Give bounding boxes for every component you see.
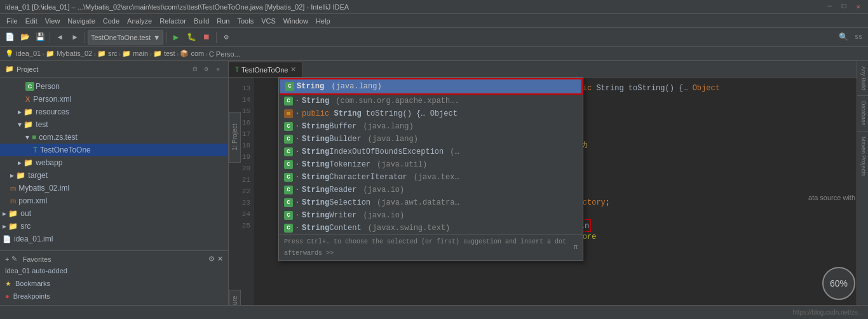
- toolbar-back-button[interactable]: ◀: [53, 31, 67, 44]
- minimize-button[interactable]: ─: [825, 3, 834, 11]
- maven-side-tab[interactable]: Maven Projects: [857, 132, 868, 181]
- iml-icon: m: [10, 184, 16, 192]
- editor-area: T TestOneToOne ✕ 13 14 15 16 17 18 19 20…: [229, 61, 868, 305]
- toolbar-settings-icon[interactable]: ⚙: [219, 31, 233, 44]
- tree-item-target[interactable]: ▸ 📁 target: [0, 169, 228, 182]
- tree-item-out[interactable]: ▸ 📁 out: [0, 207, 228, 220]
- datasource-text: ata source with: [808, 192, 855, 203]
- breadcrumb-src[interactable]: 📁 src: [97, 50, 118, 58]
- tree-item-test[interactable]: ▾ 📁 test: [0, 118, 228, 131]
- menu-edit[interactable]: Edit: [22, 16, 41, 26]
- tree-item-mybatis-iml[interactable]: m Mybatis_02.iml: [0, 182, 228, 194]
- search-everywhere-icon[interactable]: 🔍: [836, 31, 850, 44]
- favorites-bookmarks[interactable]: ★ Bookmarks: [0, 277, 228, 290]
- breadcrumb-com[interactable]: 📦 com: [180, 50, 204, 58]
- menu-build[interactable]: Build: [190, 16, 213, 26]
- ac-item-stringtokenizer[interactable]: C · StringTokenizer (java.util): [279, 158, 583, 171]
- toolbar-ss-label[interactable]: ss: [851, 31, 865, 44]
- window-controls: ─ □ ✕: [825, 3, 863, 11]
- sidebar-header: 📁 Project ⊟ ⚙ ✕: [0, 61, 228, 78]
- tree-item-person-xml[interactable]: X Person.xml: [0, 93, 228, 105]
- close-button[interactable]: ✕: [853, 3, 863, 11]
- ac-item-stringioobe[interactable]: C · StringIndexOutOfBoundsException (…: [279, 146, 583, 158]
- ac-class-icon: C: [284, 97, 293, 105]
- menu-navigate[interactable]: Navigate: [64, 16, 98, 26]
- sidebar-title: 📁 Project: [5, 65, 38, 73]
- favorites-close-icon[interactable]: ✕: [217, 255, 223, 263]
- toolbar-forward-button[interactable]: ▶: [68, 31, 82, 44]
- sidebar-actions: ⊟ ⚙ ✕: [190, 64, 223, 74]
- stop-button[interactable]: ⏹: [200, 31, 214, 44]
- ac-item-tostring[interactable]: m · public String toString() {… Object: [279, 107, 583, 120]
- debug-button[interactable]: 🐛: [184, 31, 198, 44]
- favorites-idea01[interactable]: idea_01 auto-added: [0, 264, 228, 277]
- sidebar-collapse-button[interactable]: ⊟: [190, 64, 200, 74]
- ac-item-stringchariter[interactable]: C · StringCharacterIterator (java.tex…: [279, 171, 583, 184]
- menu-view[interactable]: View: [41, 16, 64, 26]
- run-button[interactable]: ▶: [169, 31, 183, 44]
- tree-item-idea01-iml[interactable]: 📄 idea_01.iml: [0, 233, 228, 245]
- menu-vcs[interactable]: VCS: [257, 16, 280, 26]
- sidebar-gear-icon[interactable]: ⚙: [201, 64, 212, 74]
- tab-close-icon[interactable]: ✕: [290, 65, 296, 74]
- menu-window[interactable]: Window: [280, 16, 312, 26]
- tree-item-pom[interactable]: m pom.xml: [0, 194, 228, 207]
- toolbar-open-button[interactable]: 📂: [18, 31, 32, 44]
- tree-item-webapp[interactable]: ▸ 📁 webapp: [0, 156, 228, 169]
- ac-class-icon: C: [284, 224, 293, 233]
- code-content[interactable]: C String (java.lang) C · String (com.sun…: [254, 78, 868, 305]
- maximize-button[interactable]: □: [839, 3, 849, 11]
- toolbar-separator-3: [166, 32, 166, 43]
- favorites-edit-icon[interactable]: ✎: [11, 255, 17, 263]
- ac-item-string-com[interactable]: C · String (com.sun.org.apache.xpath….: [279, 95, 583, 107]
- toolbar-separator-2: [85, 32, 85, 43]
- tree-item-src[interactable]: ▸ 📁 src: [0, 220, 228, 233]
- ac-item-stringcontent[interactable]: C · StringContent (javax.swing.text): [279, 222, 583, 234]
- menu-code[interactable]: Code: [99, 16, 123, 26]
- status-right: https://blog.csdn.net/zs...: [792, 309, 863, 316]
- menu-run[interactable]: Run: [213, 16, 233, 26]
- sidebar-close-icon[interactable]: ✕: [213, 64, 223, 74]
- run-config-dropdown[interactable]: TestOneToOne.test ▼: [88, 31, 163, 44]
- breadcrumb-idea01[interactable]: 💡 idea_01: [5, 50, 41, 58]
- menu-help[interactable]: Help: [312, 16, 334, 26]
- ac-item-stringwriter[interactable]: C · StringWriter (java.io): [279, 209, 583, 222]
- project-side-tab[interactable]: 1: Project: [229, 112, 241, 163]
- tree-item-resources[interactable]: ▸ 📁 resources: [0, 105, 228, 118]
- toolbar-new-button[interactable]: 📄: [3, 31, 17, 44]
- favorites-settings-icon[interactable]: ⚙: [208, 255, 215, 263]
- code-line-14: [564, 94, 863, 105]
- breadcrumb-test[interactable]: 📁 test: [153, 50, 175, 58]
- toolbar-save-button[interactable]: 💾: [33, 31, 47, 44]
- breadcrumb-mybatis02[interactable]: 📁 Mybatis_02: [46, 50, 92, 58]
- menu-analyze[interactable]: Analyze: [123, 16, 156, 26]
- tree-item-person-class[interactable]: C Person: [0, 80, 228, 93]
- ac-item-stringreader[interactable]: C · StringReader (java.io): [279, 184, 583, 196]
- editor-tab-testonetone[interactable]: T TestOneToOne ✕: [229, 62, 303, 77]
- autocomplete-selected-item[interactable]: C String (java.lang): [279, 78, 583, 95]
- ac-class-icon: C: [284, 122, 293, 131]
- breadcrumb-perso[interactable]: C Perso...: [209, 50, 240, 58]
- editor-tab-label: TestOneToOne: [241, 66, 288, 74]
- main-content: 📁 Project ⊟ ⚙ ✕ C Person X Person.xml ▸ …: [0, 61, 868, 305]
- toolbar: 📄 📂 💾 ◀ ▶ TestOneToOne.test ▼ ▶ 🐛 ⏹ ⚙ 🔍 …: [0, 28, 868, 47]
- ac-item-stringselection[interactable]: C · StringSelection (java.awt.datatra…: [279, 196, 583, 209]
- menu-refactor[interactable]: Refactor: [156, 16, 190, 26]
- breadcrumb-main[interactable]: 📁 main: [122, 50, 148, 58]
- ac-class-icon: C: [284, 198, 293, 207]
- title-bar: idea_01 [D:\idea_01] – ...\Mybatis_02\sr…: [0, 0, 868, 14]
- favorites-breakpoints[interactable]: ● Breakpoints: [0, 290, 228, 302]
- favorites-title: Favorites: [22, 255, 51, 263]
- ac-item-stringbuilder[interactable]: C · StringBuilder (java.lang): [279, 133, 583, 146]
- ac-item-stringbuffer[interactable]: C · StringBuffer (java.lang): [279, 120, 583, 133]
- tree-item-package[interactable]: ▾ ■ com.zs.test: [0, 131, 228, 144]
- menu-file[interactable]: File: [3, 16, 22, 26]
- anybuild-side-tab[interactable]: Any Build: [857, 61, 868, 96]
- ac-class-icon: C: [284, 160, 293, 169]
- menu-tools[interactable]: Tools: [233, 16, 257, 26]
- structure-side-tab[interactable]: Structure: [229, 290, 241, 305]
- database-side-tab[interactable]: Database: [857, 96, 868, 132]
- breakpoint-icon: ●: [5, 292, 10, 300]
- tree-item-testonetone[interactable]: T TestOneToOne: [0, 144, 228, 156]
- favorites-add-icon[interactable]: +: [5, 255, 9, 263]
